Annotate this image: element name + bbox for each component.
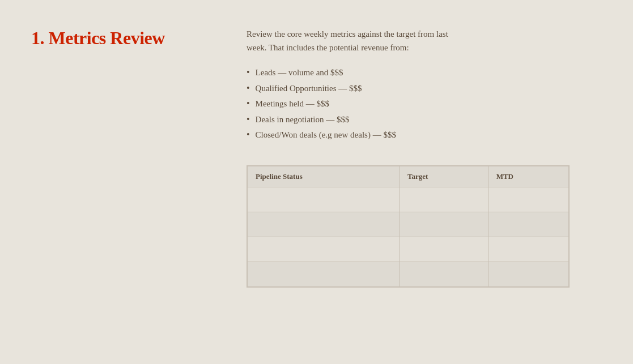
right-panel: Review the core weekly metrics against t… — [247, 27, 599, 341]
col-header-mtd: MTD — [488, 166, 568, 187]
table-row — [248, 262, 569, 286]
col-header-target: Target — [399, 166, 488, 187]
bullet-list: Leads — volume and $$$ Qualified Opportu… — [247, 65, 599, 143]
table-cell — [399, 262, 488, 286]
table-cell — [248, 237, 400, 262]
table-row — [248, 187, 569, 212]
left-panel: 1. Metrics Review — [31, 27, 247, 341]
table-cell — [248, 212, 400, 237]
list-item: Deals in negotiation — $$$ — [247, 112, 599, 127]
table-cell — [248, 187, 400, 212]
table-row — [248, 212, 569, 237]
list-item-text: Deals in negotiation — $$$ — [256, 113, 350, 127]
list-item: Closed/Won deals (e.g new deals) — $$$ — [247, 127, 599, 143]
table-header-row: Pipeline Status Target MTD — [248, 166, 569, 187]
table-cell — [399, 187, 488, 212]
table-cell — [488, 262, 568, 286]
intro-line-1: Review the core weekly metrics against t… — [247, 29, 448, 38]
table-cell — [399, 212, 488, 237]
table-cell — [488, 237, 568, 262]
intro-line-2: week. That includes the potential revenu… — [247, 43, 409, 52]
pipeline-table: Pipeline Status Target MTD — [247, 166, 569, 287]
section-title: 1. Metrics Review — [31, 27, 247, 49]
col-header-pipeline-status: Pipeline Status — [248, 166, 400, 187]
list-item-text: Meetings held — $$$ — [256, 97, 329, 112]
list-item: Qualified Opportunities — $$$ — [247, 80, 599, 96]
table-cell — [488, 187, 568, 212]
table-cell — [248, 262, 400, 286]
intro-paragraph: Review the core weekly metrics against t… — [247, 27, 599, 54]
pipeline-table-container: Pipeline Status Target MTD — [247, 165, 570, 288]
table-cell — [488, 212, 568, 237]
list-item-text: Qualified Opportunities — $$$ — [256, 82, 362, 96]
list-item: Leads — volume and $$$ — [247, 65, 599, 80]
table-cell — [399, 237, 488, 262]
list-item-text: Closed/Won deals (e.g new deals) — $$$ — [256, 128, 396, 143]
table-row — [248, 237, 569, 262]
list-item: Meetings held — $$$ — [247, 96, 599, 112]
page-container: 1. Metrics Review Review the core weekly… — [0, 0, 633, 364]
list-item-text: Leads — volume and $$$ — [256, 66, 343, 80]
